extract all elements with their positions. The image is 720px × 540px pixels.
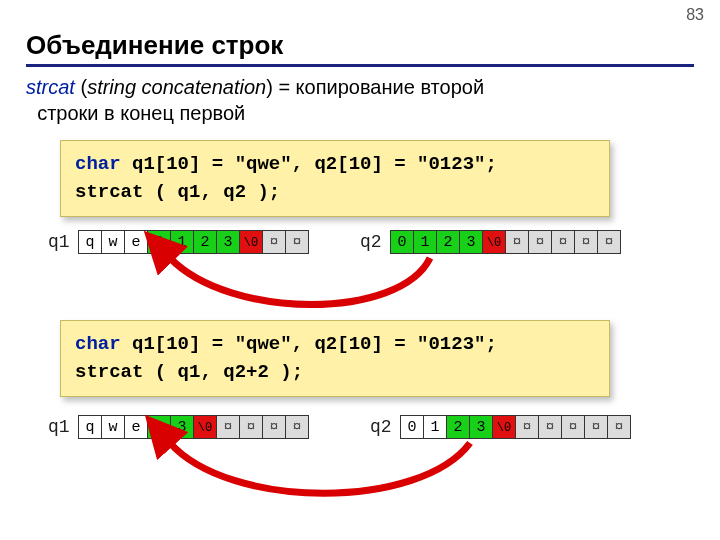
cell: \0 bbox=[239, 230, 263, 254]
label-b-q2: q2 bbox=[370, 417, 392, 437]
page-number: 83 bbox=[686, 6, 704, 24]
page-title: Объединение строк bbox=[26, 30, 283, 61]
array-b-q2: 0123\0¤¤¤¤¤ bbox=[400, 415, 631, 439]
label-b-q1: q1 bbox=[48, 417, 70, 437]
code1-l2: strcat ( q1, q2 ); bbox=[75, 181, 280, 203]
cell: 1 bbox=[413, 230, 437, 254]
array-b-q1: qwe23\0¤¤¤¤ bbox=[78, 415, 309, 439]
label-a-q2: q2 bbox=[360, 232, 382, 252]
cell: ¤ bbox=[574, 230, 598, 254]
cell: e bbox=[124, 230, 148, 254]
code2-kw: char bbox=[75, 333, 121, 355]
cell: q bbox=[78, 230, 102, 254]
cell: ¤ bbox=[561, 415, 585, 439]
cell: e bbox=[124, 415, 148, 439]
cell: 0 bbox=[390, 230, 414, 254]
cell: ¤ bbox=[285, 230, 309, 254]
cell: 2 bbox=[193, 230, 217, 254]
label-a-q1: q1 bbox=[48, 232, 70, 252]
cell: w bbox=[101, 415, 125, 439]
cell: \0 bbox=[492, 415, 516, 439]
code2-l2: strcat ( q1, q2+2 ); bbox=[75, 361, 303, 383]
cell: 2 bbox=[147, 415, 171, 439]
slide: 83 Объединение строк strcat (string conc… bbox=[0, 0, 720, 540]
cell: 1 bbox=[170, 230, 194, 254]
cell: ¤ bbox=[216, 415, 240, 439]
cell: ¤ bbox=[262, 415, 286, 439]
array-a-q2: 0123\0¤¤¤¤¤ bbox=[390, 230, 621, 254]
code-box-2: char q1[10] = "qwe", q2[10] = "0123"; st… bbox=[60, 320, 610, 397]
cell: ¤ bbox=[515, 415, 539, 439]
cell: 2 bbox=[436, 230, 460, 254]
title-rule bbox=[26, 64, 694, 67]
intro-line2: строки в конец первой bbox=[37, 102, 245, 124]
cell: 3 bbox=[216, 230, 240, 254]
cell: q bbox=[78, 415, 102, 439]
code-box-1: char q1[10] = "qwe", q2[10] = "0123"; st… bbox=[60, 140, 610, 217]
intro-text: strcat (string concatenation) = копирова… bbox=[26, 74, 694, 126]
cell: ¤ bbox=[262, 230, 286, 254]
code1-l1: q1[10] = "qwe", q2[10] = "0123"; bbox=[121, 153, 497, 175]
intro-tail: = копирование второй bbox=[273, 76, 484, 98]
cell: ¤ bbox=[597, 230, 621, 254]
code2-l1: q1[10] = "qwe", q2[10] = "0123"; bbox=[121, 333, 497, 355]
cell: ¤ bbox=[505, 230, 529, 254]
cell: ¤ bbox=[551, 230, 575, 254]
cell: ¤ bbox=[607, 415, 631, 439]
cell: 3 bbox=[170, 415, 194, 439]
intro-emphasis: string concatenation bbox=[87, 76, 266, 98]
cell: 0 bbox=[400, 415, 424, 439]
cell: ¤ bbox=[285, 415, 309, 439]
cell: ¤ bbox=[239, 415, 263, 439]
cell: 3 bbox=[469, 415, 493, 439]
cell: 3 bbox=[459, 230, 483, 254]
cell: 1 bbox=[423, 415, 447, 439]
cell: \0 bbox=[482, 230, 506, 254]
intro-keyword: strcat bbox=[26, 76, 75, 98]
cell: 0 bbox=[147, 230, 171, 254]
code1-kw: char bbox=[75, 153, 121, 175]
cell: w bbox=[101, 230, 125, 254]
array-a-q1: qwe0123\0¤¤ bbox=[78, 230, 309, 254]
cell: ¤ bbox=[584, 415, 608, 439]
cell: \0 bbox=[193, 415, 217, 439]
cell: 2 bbox=[446, 415, 470, 439]
intro-paren-close: ) bbox=[266, 76, 273, 98]
cell: ¤ bbox=[538, 415, 562, 439]
cell: ¤ bbox=[528, 230, 552, 254]
